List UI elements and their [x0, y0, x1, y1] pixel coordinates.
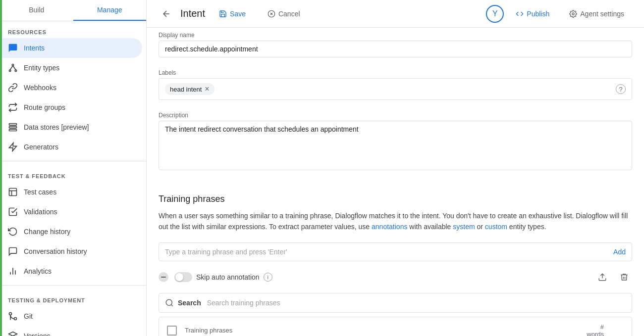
sidebar-item-route-groups[interactable]: Route groups [0, 97, 142, 117]
svg-point-15 [14, 318, 17, 320]
history-icon [8, 227, 18, 237]
svg-point-29 [166, 299, 172, 305]
svg-line-4 [13, 66, 16, 70]
generator-icon [8, 142, 18, 152]
upload-icon[interactable] [594, 269, 610, 285]
labels-field: Labels head intent × ? [159, 65, 632, 100]
svg-rect-6 [9, 126, 17, 128]
sidebar-item-label: Webhooks [24, 84, 56, 92]
annotations-link[interactable]: annotations [372, 223, 407, 231]
sidebar-item-versions[interactable]: Versions [0, 326, 142, 336]
col-phrase-header: Training phrases [185, 327, 584, 334]
sidebar-item-test-cases[interactable]: Test cases [0, 182, 142, 202]
description-field: Description The intent redirect conversa… [159, 108, 632, 170]
sidebar-item-label: Validations [24, 208, 57, 216]
description-value[interactable]: The intent redirect conversation that sc… [159, 121, 632, 170]
sidebar-item-label: Entity types [24, 64, 59, 72]
svg-point-16 [9, 313, 12, 315]
sidebar-item-label: Versions [24, 332, 51, 336]
sidebar-item-label: Generators [24, 143, 58, 151]
svg-line-3 [10, 66, 13, 70]
top-bar-left: Intent Save Cancel [159, 6, 478, 22]
display-name-field: Display name redirect.schedule.appointme… [159, 28, 632, 57]
save-button[interactable]: Save [211, 7, 254, 21]
training-phrases-section: Training phrases When a user says someth… [147, 182, 644, 336]
sidebar-tabs: Build Manage [0, 0, 146, 21]
svg-rect-7 [9, 129, 17, 131]
sidebar-item-label: Analytics [24, 267, 52, 275]
training-phrases-description: When a user says something similar to a … [159, 210, 632, 233]
table-header: Training phrases # words [159, 317, 632, 336]
back-button[interactable] [159, 6, 174, 22]
description-label: Description [159, 108, 632, 121]
green-accent-bar [0, 0, 2, 336]
resources-label: Resources [0, 21, 146, 38]
sidebar-item-change-history[interactable]: Change history [0, 222, 142, 241]
tab-build[interactable]: Build [0, 0, 73, 21]
skip-label: Skip auto annotation [196, 273, 260, 281]
sidebar-item-analytics[interactable]: Analytics [0, 261, 142, 281]
cancel-button[interactable]: Cancel [260, 7, 308, 21]
sidebar-item-generators[interactable]: Generators [0, 137, 142, 157]
sidebar-item-data-stores[interactable]: Data stores [preview] [0, 117, 142, 137]
labels-container[interactable]: head intent × ? [159, 78, 632, 100]
search-icon [165, 298, 174, 307]
validations-icon [8, 207, 18, 217]
page-title: Intent [180, 8, 205, 19]
agent-settings-button[interactable]: Agent settings [561, 7, 632, 21]
route-icon [8, 102, 18, 112]
display-name-label: Display name [159, 28, 632, 41]
add-phrase-button[interactable]: Add [613, 248, 626, 256]
chat-icon [8, 43, 18, 53]
sidebar: Build Manage Resources Intents Entity ty… [0, 0, 147, 336]
main-content: Intent Save Cancel Y Publish Ag [147, 0, 644, 336]
analytics-icon [8, 266, 18, 276]
sidebar-item-label: Git [24, 312, 33, 320]
label-chip-text: head intent [170, 86, 202, 93]
sidebar-item-conversation-history[interactable]: Conversation history [0, 241, 142, 261]
display-name-value[interactable]: redirect.schedule.appointment [159, 41, 632, 57]
testcases-icon [8, 187, 18, 197]
sidebar-item-git[interactable]: Git [0, 306, 142, 326]
skip-toggle[interactable] [174, 272, 192, 282]
labels-label: Labels [159, 65, 632, 78]
sidebar-item-intents[interactable]: Intents [0, 38, 142, 58]
col-words-header: # words [584, 323, 624, 336]
divider-2 [0, 285, 146, 286]
search-input[interactable] [207, 299, 626, 307]
sidebar-item-validations[interactable]: Validations [0, 202, 142, 222]
svg-point-1 [9, 70, 11, 71]
labels-help-icon[interactable]: ? [616, 84, 626, 94]
svg-marker-17 [9, 332, 17, 336]
cancel-icon [268, 10, 275, 18]
conversation-icon [8, 246, 18, 256]
svg-marker-8 [9, 143, 17, 151]
form-content: Display name redirect.schedule.appointme… [147, 28, 644, 182]
info-icon[interactable]: i [264, 273, 272, 282]
phrase-input-row: Add [159, 242, 632, 261]
sidebar-item-label: Intents [24, 44, 45, 52]
test-feedback-label: Test & Feedback [0, 165, 146, 182]
svg-point-0 [12, 64, 13, 66]
delete-all-icon[interactable] [616, 269, 632, 285]
phrase-input[interactable] [165, 248, 613, 256]
search-label: Search [178, 299, 201, 307]
label-chip-remove[interactable]: × [205, 85, 209, 93]
publish-button[interactable]: Publish [508, 7, 557, 21]
sidebar-item-label: Data stores [preview] [24, 123, 89, 131]
system-link[interactable]: system [453, 223, 475, 231]
git-icon [8, 311, 18, 321]
divider-1 [0, 161, 146, 161]
select-all-checkbox[interactable] [167, 326, 177, 336]
training-phrases-title: Training phrases [159, 194, 632, 204]
tab-manage[interactable]: Manage [73, 0, 147, 21]
top-bar: Intent Save Cancel Y Publish Ag [147, 0, 644, 28]
sidebar-item-entity-types[interactable]: Entity types [0, 58, 142, 78]
sidebar-item-webhooks[interactable]: Webhooks [0, 78, 142, 97]
custom-link[interactable]: custom [485, 223, 507, 231]
training-phrases-table: Training phrases # words what's the avai… [159, 317, 632, 336]
skip-row-actions [594, 269, 632, 285]
avatar[interactable]: Y [486, 5, 504, 23]
search-bar: Search [159, 293, 632, 313]
label-chip-head-intent: head intent × [165, 83, 215, 95]
